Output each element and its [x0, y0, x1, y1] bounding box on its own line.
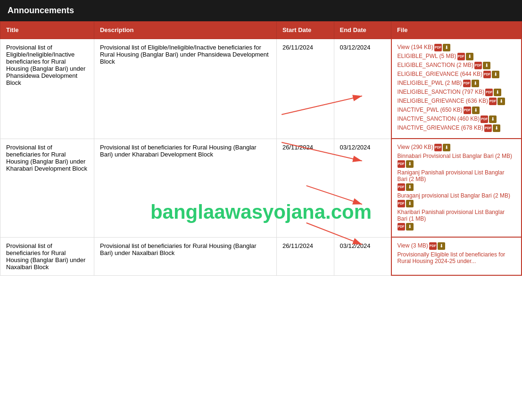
col-header-end-date: End Date: [334, 22, 391, 39]
file-entry: INACTIVE_PWL (650 KB)PDF⬇: [398, 107, 515, 114]
file-entry: Raniganj Panishali provisional List Bang…: [398, 169, 515, 191]
file-entry: Binnabari Provisional List Banglar Bari …: [398, 153, 515, 168]
download-icon[interactable]: ⬇: [406, 160, 414, 168]
table-row: Provisional list of Eligible/Ineligible/…: [0, 39, 522, 139]
cell-file-2: View (3 MB)PDF⬇Provisionally Eligible li…: [391, 237, 522, 275]
file-entry: View (290 KB)PDF⬇: [398, 144, 515, 151]
file-name-link[interactable]: ELIGIBLE_PWL (5 MB): [398, 53, 456, 59]
cell-start-date-1: 26/11/2024: [276, 139, 334, 237]
pdf-icon[interactable]: PDF: [398, 223, 405, 231]
file-entry: INELIGIBLE_PWL (2 MB)PDF⬇: [398, 80, 515, 87]
file-name-link[interactable]: INELIGIBLE_SANCTION (797 KB): [398, 89, 485, 95]
file-entry: INELIGIBLE_GRIEVANCE (636 KB)PDF⬇: [398, 98, 515, 105]
download-icon[interactable]: ⬇: [406, 200, 414, 207]
pdf-icon[interactable]: PDF: [398, 183, 405, 191]
file-entry: ELIGIBLE_SANCTION (2 MB)PDF⬇: [398, 62, 515, 69]
file-entry: INACTIVE_GRIEVANCE (678 KB)PDF⬇: [398, 124, 515, 132]
pdf-icon[interactable]: PDF: [463, 80, 471, 87]
cell-end-date-1: 03/12/2024: [334, 139, 391, 237]
pdf-icon[interactable]: PDF: [434, 44, 442, 51]
download-icon[interactable]: ⬇: [493, 124, 500, 132]
file-name-link[interactable]: Buraganj provisional List Banglar Bari (…: [398, 192, 510, 199]
file-entry: View (194 KB)PDF⬇: [398, 44, 515, 51]
file-name-link[interactable]: INACTIVE_GRIEVANCE (678 KB): [398, 124, 484, 131]
download-icon[interactable]: ⬇: [406, 183, 414, 191]
pdf-icon[interactable]: PDF: [484, 124, 492, 132]
cell-file-1: View (290 KB)PDF⬇Binnabari Provisional L…: [391, 139, 522, 237]
file-entry: Kharibari Panishali provisional List Ban…: [398, 209, 515, 231]
file-entry: ELIGIBLE_GRIEVANCE (644 KB)PDF⬇: [398, 71, 515, 78]
cell-description-0: Provisional list of Eligible/Ineligible/…: [94, 39, 276, 139]
pdf-icon[interactable]: PDF: [398, 200, 405, 207]
file-entry: Buraganj provisional List Banglar Bari (…: [398, 192, 515, 207]
file-name-link[interactable]: Provisionally Eligible list of beneficia…: [398, 251, 515, 264]
cell-description-1: Provisional list of beneficiaries for Ru…: [94, 139, 276, 237]
col-header-title: Title: [0, 22, 94, 39]
download-icon[interactable]: ⬇: [466, 53, 473, 60]
download-icon[interactable]: ⬇: [443, 44, 450, 51]
file-entry: Provisionally Eligible list of beneficia…: [398, 251, 515, 264]
pdf-icon[interactable]: PDF: [434, 144, 442, 151]
file-name-link[interactable]: INELIGIBLE_GRIEVANCE (636 KB): [398, 98, 489, 104]
download-icon[interactable]: ⬇: [438, 242, 445, 250]
file-name-link[interactable]: INELIGIBLE_PWL (2 MB): [398, 80, 462, 86]
pdf-icon[interactable]: PDF: [474, 62, 482, 69]
cell-end-date-2: 03/12/2024: [334, 237, 391, 275]
file-entry: INACTIVE_SANCTION (460 KB)PDF⬇: [398, 115, 515, 123]
file-name-link[interactable]: INACTIVE_PWL (650 KB): [398, 107, 463, 113]
cell-title-0: Provisional list of Eligible/Ineligible/…: [0, 39, 94, 139]
cell-start-date-2: 26/11/2024: [276, 237, 334, 275]
cell-title-2: Provisional list of beneficiaries for Ru…: [0, 237, 94, 275]
file-name-link[interactable]: View (3 MB): [398, 242, 428, 249]
pdf-icon[interactable]: PDF: [429, 242, 437, 250]
page-wrapper: Announcements Title Description Start Da…: [0, 0, 522, 276]
file-name-link[interactable]: Kharibari Panishali provisional List Ban…: [398, 209, 515, 222]
pdf-icon[interactable]: PDF: [489, 98, 497, 105]
pdf-icon[interactable]: PDF: [485, 89, 493, 96]
table-row: Provisional list of beneficiaries for Ru…: [0, 237, 522, 275]
download-icon[interactable]: ⬇: [443, 144, 450, 151]
file-name-link[interactable]: ELIGIBLE_GRIEVANCE (644 KB): [398, 71, 483, 77]
download-icon[interactable]: ⬇: [406, 223, 414, 231]
pdf-icon[interactable]: PDF: [481, 115, 488, 123]
file-name-link[interactable]: INACTIVE_SANCTION (460 KB): [398, 115, 480, 122]
download-icon[interactable]: ⬇: [497, 98, 505, 105]
pdf-icon[interactable]: PDF: [398, 160, 405, 168]
col-header-file: File: [391, 22, 522, 39]
file-name-link[interactable]: View (194 KB): [398, 44, 433, 50]
download-icon[interactable]: ⬇: [483, 62, 490, 69]
pdf-icon[interactable]: PDF: [464, 107, 471, 114]
file-entry: INELIGIBLE_SANCTION (797 KB)PDF⬇: [398, 89, 515, 96]
col-header-description: Description: [94, 22, 276, 39]
col-header-start-date: Start Date: [276, 22, 334, 39]
table-row: Provisional list of beneficiaries for Ru…: [0, 139, 522, 237]
cell-title-1: Provisional list of beneficiaries for Ru…: [0, 139, 94, 237]
file-name-link[interactable]: Raniganj Panishali provisional List Bang…: [398, 169, 515, 182]
file-entry: View (3 MB)PDF⬇: [398, 242, 515, 250]
cell-description-2: Provisional list of beneficiaries for Ru…: [94, 237, 276, 275]
file-entry: ELIGIBLE_PWL (5 MB)PDF⬇: [398, 53, 515, 60]
cell-end-date-0: 03/12/2024: [334, 39, 391, 139]
file-name-link[interactable]: View (290 KB): [398, 144, 433, 150]
download-icon[interactable]: ⬇: [472, 107, 480, 114]
file-name-link[interactable]: ELIGIBLE_SANCTION (2 MB): [398, 62, 473, 68]
download-icon[interactable]: ⬇: [492, 71, 499, 78]
cell-start-date-0: 26/11/2024: [276, 39, 334, 139]
header-title: Announcements: [8, 6, 74, 15]
announcements-table: Title Description Start Date End Date Fi…: [0, 21, 522, 276]
download-icon[interactable]: ⬇: [494, 89, 501, 96]
cell-file-0: View (194 KB)PDF⬇ELIGIBLE_PWL (5 MB)PDF⬇…: [391, 39, 522, 139]
file-name-link[interactable]: Binnabari Provisional List Banglar Bari …: [398, 153, 512, 159]
download-icon[interactable]: ⬇: [489, 115, 497, 123]
table-header-row: Title Description Start Date End Date Fi…: [0, 22, 522, 39]
pdf-icon[interactable]: PDF: [483, 71, 491, 78]
announcements-header: Announcements: [0, 0, 522, 21]
download-icon[interactable]: ⬇: [472, 80, 479, 87]
pdf-icon[interactable]: PDF: [457, 53, 465, 60]
